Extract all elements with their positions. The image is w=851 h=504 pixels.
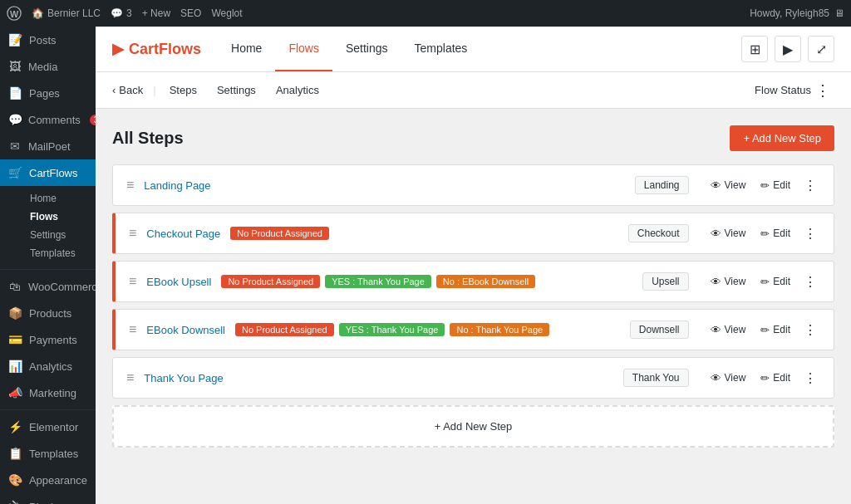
sidebar-item-plugins[interactable]: 🔌 Plugins: [0, 493, 96, 504]
view-label-checkout: View: [725, 228, 746, 239]
step-name-upsell[interactable]: EBook Upsell: [146, 276, 211, 288]
sidebar-item-products[interactable]: 📦 Products: [0, 300, 96, 326]
edit-btn-downsell[interactable]: ✏ Edit: [755, 321, 795, 340]
subnav-more-btn[interactable]: ⋮: [811, 79, 834, 102]
edit-icon-landing: ✏: [760, 179, 770, 192]
view-label-landing: View: [725, 179, 746, 191]
view-label-downsell: View: [725, 324, 746, 335]
step-name-thankyou[interactable]: Thank You Page: [144, 372, 223, 384]
badge-no-downsell-upsell: No : EBook Downsell: [436, 275, 535, 288]
seo-btn[interactable]: SEO: [180, 7, 201, 19]
sidebar-item-templates[interactable]: 📋 Templates: [0, 440, 96, 467]
subnav-settings[interactable]: Settings: [207, 74, 266, 106]
edit-label-landing: Edit: [773, 179, 790, 191]
sidebar-item-marketing[interactable]: 📣 Marketing: [0, 379, 96, 406]
edit-icon-downsell: ✏: [760, 324, 770, 336]
more-btn-landing[interactable]: ⋮: [800, 175, 820, 195]
more-btn-checkout[interactable]: ⋮: [800, 223, 820, 243]
comment-icon: 💬: [111, 7, 123, 19]
drag-handle-checkout[interactable]: ≡: [129, 226, 136, 241]
wp-logo-btn[interactable]: W: [7, 6, 22, 21]
plugin-nav-flows[interactable]: Flows: [275, 27, 332, 71]
sidebar-label-mailpoet: MailPoet: [28, 140, 71, 153]
sidebar-item-pages[interactable]: 📄 Pages: [0, 80, 96, 106]
sidebar-item-elementor[interactable]: ⚡ Elementor: [0, 413, 96, 440]
plugin-nav-templates[interactable]: Templates: [401, 27, 481, 71]
comments-btn[interactable]: 💬 3: [111, 7, 132, 19]
appearance-icon: 🎨: [8, 473, 22, 487]
step-name-landing[interactable]: Landing Page: [144, 179, 210, 192]
edit-btn-upsell[interactable]: ✏ Edit: [755, 272, 795, 291]
badge-yes-thankyou-downsell: YES : Thank You Page: [339, 323, 445, 336]
view-btn-checkout[interactable]: 👁 View: [706, 224, 751, 243]
comments-badge: 3: [90, 115, 96, 125]
howdy-text: Howdy, Ryleigh85: [750, 7, 829, 19]
sidebar-item-media[interactable]: 🖼 Media: [0, 53, 96, 80]
sidebar-item-payments[interactable]: 💳 Payments: [0, 326, 96, 353]
new-btn[interactable]: + New: [142, 7, 170, 19]
step-name-downsell[interactable]: EBook Downsell: [146, 324, 225, 336]
view-btn-thankyou[interactable]: 👁 View: [706, 369, 751, 388]
marketing-icon: 📣: [8, 386, 22, 399]
sidebar-sub-flows[interactable]: Flows: [23, 208, 96, 226]
drag-handle-landing[interactable]: ≡: [126, 178, 134, 193]
back-btn[interactable]: ‹ Back: [112, 84, 143, 96]
step-type-badge-thankyou: Thank You: [623, 369, 689, 387]
sidebar-item-woocommerce[interactable]: 🛍 WooCommerce: [0, 273, 96, 300]
view-btn-downsell[interactable]: 👁 View: [706, 321, 751, 340]
svg-text:W: W: [10, 9, 19, 19]
step-type-badge-landing: Landing: [635, 176, 689, 194]
plugin-nav-home[interactable]: Home: [218, 27, 275, 71]
sidebar-sub-settings[interactable]: Settings: [23, 226, 96, 244]
view-btn-landing[interactable]: 👁 View: [706, 176, 751, 195]
sidebar-item-posts[interactable]: 📝 Posts: [0, 27, 96, 53]
badge-no-product-upsell: No Product Assigned: [221, 275, 320, 288]
badge-no-thankyou-downsell: No : Thank You Page: [450, 323, 549, 336]
more-btn-downsell[interactable]: ⋮: [800, 320, 820, 340]
sidebar-item-comments[interactable]: 💬 Comments 3: [0, 106, 96, 133]
subnav-divider-1: |: [153, 84, 155, 96]
plugins-icon: 🔌: [8, 500, 22, 504]
edit-btn-thankyou[interactable]: ✏ Edit: [755, 369, 795, 388]
sidebar: 📝 Posts 🖼 Media 📄 Pages 💬 Comments 3 ✉ M…: [0, 27, 96, 504]
drag-handle-thankyou[interactable]: ≡: [126, 370, 134, 385]
drag-handle-downsell[interactable]: ≡: [129, 322, 136, 337]
sidebar-label-products: Products: [29, 307, 71, 320]
add-new-step-top-btn[interactable]: + Add New Step: [730, 125, 834, 151]
step-row-landing: ≡ Landing Page Landing 👁 View ✏ Edit ⋮: [112, 164, 834, 206]
sidebar-item-appearance[interactable]: 🎨 Appearance: [0, 467, 96, 493]
badge-no-product-downsell: No Product Assigned: [235, 323, 334, 336]
edit-btn-checkout[interactable]: ✏ Edit: [755, 224, 795, 243]
mailpoet-icon: ✉: [8, 139, 22, 153]
sidebar-sub-home[interactable]: Home: [23, 189, 96, 208]
plugin-nav-settings[interactable]: Settings: [332, 27, 401, 71]
weglot-btn[interactable]: Weglot: [211, 7, 242, 19]
add-new-step-bottom-btn[interactable]: + Add New Step: [112, 405, 834, 448]
fullscreen-btn[interactable]: ⤢: [808, 36, 834, 62]
view-btn-upsell[interactable]: 👁 View: [706, 272, 751, 291]
more-btn-upsell[interactable]: ⋮: [800, 272, 820, 291]
subnav-steps[interactable]: Steps: [160, 74, 207, 106]
sidebar-item-mailpoet[interactable]: ✉ MailPoet: [0, 133, 96, 159]
plugin-header-actions: ⊞ ▶ ⤢: [741, 36, 834, 62]
site-name-btn[interactable]: 🏠 Bernier LLC: [32, 7, 101, 19]
flow-status-btn[interactable]: Flow Status: [755, 84, 811, 96]
view-label-thankyou: View: [725, 372, 746, 384]
step-row-thankyou: ≡ Thank You Page Thank You 👁 View ✏ Edit…: [112, 357, 834, 399]
subnav-analytics[interactable]: Analytics: [266, 74, 329, 106]
drag-handle-upsell[interactable]: ≡: [129, 274, 136, 289]
edit-btn-landing[interactable]: ✏ Edit: [755, 176, 795, 195]
grid-view-btn[interactable]: ⊞: [741, 36, 768, 62]
analytics-icon: 📊: [8, 360, 22, 373]
edit-icon-thankyou: ✏: [760, 372, 770, 384]
sidebar-item-cartflows[interactable]: 🛒 CartFlows: [0, 159, 96, 186]
more-btn-thankyou[interactable]: ⋮: [800, 368, 820, 388]
sidebar-label-cartflows: CartFlows: [29, 167, 78, 179]
step-name-checkout[interactable]: Checkout Page: [146, 228, 220, 240]
steps-header: All Steps + Add New Step: [112, 125, 834, 151]
add-new-step-bottom-label: + Add New Step: [435, 420, 513, 433]
badge-no-product-checkout: No Product Assigned: [230, 227, 329, 240]
sidebar-sub-templates[interactable]: Templates: [23, 244, 96, 262]
sidebar-item-analytics[interactable]: 📊 Analytics: [0, 353, 96, 379]
video-btn[interactable]: ▶: [775, 36, 801, 62]
